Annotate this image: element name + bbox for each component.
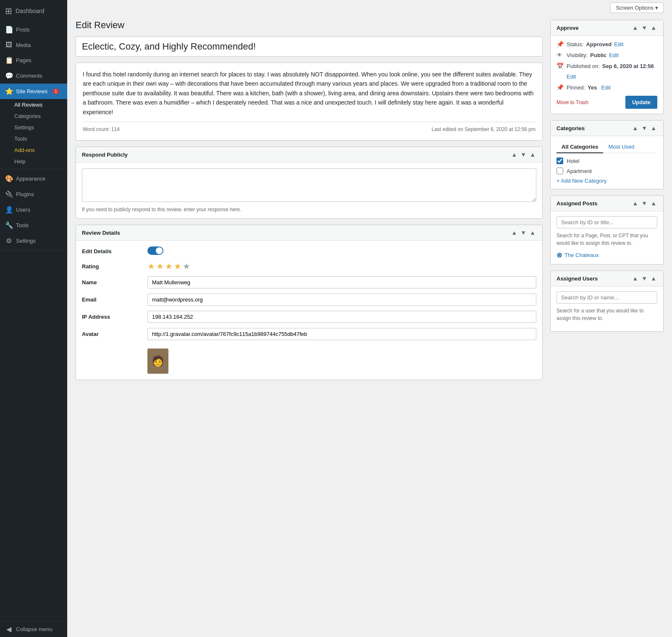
update-button[interactable]: Update — [625, 96, 657, 109]
assigned-posts-title: Assigned Posts — [556, 200, 598, 207]
sidebar-sub-add-ons[interactable]: Add-ons — [5, 144, 67, 156]
sidebar-sub-settings[interactable]: Settings — [5, 122, 67, 133]
sidebar-item-label: Tools — [16, 222, 29, 228]
word-count: Word count: 114 — [83, 126, 120, 134]
categories-panel-down[interactable]: ▼ — [640, 125, 648, 131]
category-hotel-checkbox[interactable] — [556, 157, 563, 164]
status-edit-link[interactable]: Edit — [614, 41, 623, 47]
approve-panel-minimize[interactable]: ▲ — [650, 24, 657, 31]
assigned-post-link[interactable]: The Chateaux — [564, 252, 599, 258]
star-rating[interactable]: ★ ★ ★ ★ ★ — [147, 261, 536, 271]
pinned-edit-link[interactable]: Edit — [601, 84, 611, 91]
assigned-users-search[interactable] — [556, 291, 657, 304]
published-edit-link[interactable]: Edit — [567, 73, 576, 80]
assigned-users-help: Search for a user that you would like to… — [556, 307, 657, 322]
approve-panel-controls: ▲ ▼ ▲ — [631, 24, 657, 31]
ip-label: IP Address — [82, 314, 141, 320]
sidebar-sub-help[interactable]: Help — [5, 156, 67, 167]
sidebar-item-media[interactable]: 🖼 Media — [0, 37, 67, 52]
details-panel-minimize[interactable]: ▲ — [529, 229, 536, 236]
sidebar-item-posts[interactable]: 📄 Posts — [0, 22, 67, 37]
name-label: Name — [82, 279, 141, 286]
approve-actions: Move to Trash Update — [556, 96, 657, 109]
ip-input[interactable] — [147, 311, 536, 323]
email-input[interactable] — [147, 294, 536, 306]
star-3[interactable]: ★ — [165, 261, 173, 271]
collapse-icon: ◀ — [5, 625, 13, 633]
status-label: Status: — [567, 41, 583, 47]
avatar-label: Avatar — [82, 331, 141, 337]
toggle-switch[interactable] — [147, 246, 163, 255]
sidebar-collapse[interactable]: ◀ Collapse menu — [0, 621, 67, 637]
published-value: Sep 6, 2020 at 12:56 — [602, 63, 654, 69]
assigned-posts-search[interactable] — [556, 216, 657, 228]
assigned-users-minimize[interactable]: ▲ — [650, 275, 657, 282]
approve-panel-down[interactable]: ▼ — [640, 24, 648, 31]
visibility-row: 👁 Visibility: Public Edit — [556, 52, 657, 58]
categories-panel-controls: ▲ ▼ ▲ — [631, 125, 657, 131]
sidebar-item-users[interactable]: 👤 Users — [0, 202, 67, 218]
visibility-edit-link[interactable]: Edit — [609, 52, 618, 58]
sidebar-item-pages[interactable]: 📋 Pages — [0, 52, 67, 68]
move-to-trash-link[interactable]: Move to Trash — [556, 100, 588, 105]
sidebar-item-site-reviews[interactable]: ⭐ Site Reviews 1 — [0, 84, 67, 99]
star-1[interactable]: ★ — [147, 261, 155, 271]
assigned-users-header: Assigned Users ▲ ▼ ▲ — [551, 271, 663, 286]
tab-all-categories[interactable]: All Categories — [556, 141, 603, 153]
sidebar-item-tools[interactable]: 🔧 Tools — [0, 218, 67, 233]
respond-textarea[interactable] — [82, 168, 536, 202]
remove-assigned-post-icon[interactable]: ⊗ — [556, 251, 562, 259]
dashboard-icon: ⊞ — [5, 6, 12, 16]
name-input[interactable] — [147, 276, 536, 288]
respond-panel-minimize[interactable]: ▲ — [529, 151, 536, 158]
sidebar-sub-categories[interactable]: Categories — [5, 110, 67, 122]
screen-options-button[interactable]: Screen Options ▾ — [610, 3, 664, 13]
details-panel-down[interactable]: ▼ — [520, 229, 527, 236]
review-title-input[interactable] — [76, 37, 543, 57]
sidebar-item-label: Plugins — [16, 191, 34, 197]
assigned-posts-header: Assigned Posts ▲ ▼ ▲ — [551, 196, 663, 211]
category-apartment-checkbox[interactable] — [556, 168, 563, 174]
edit-details-toggle[interactable] — [147, 246, 536, 256]
screen-options-label: Screen Options — [616, 5, 654, 11]
sidebar-item-plugins[interactable]: 🔌 Plugins — [0, 186, 67, 202]
categories-panel-minimize[interactable]: ▲ — [650, 125, 657, 131]
add-new-category-link[interactable]: + Add New Category — [556, 178, 607, 184]
sidebar: ⊞ Dashboard 📄 Posts 🖼 Media 📋 Pages 💬 Co… — [0, 0, 67, 637]
star-2[interactable]: ★ — [156, 261, 164, 271]
assigned-users-down[interactable]: ▼ — [640, 275, 648, 282]
last-edited: Last edited on September 6, 2020 at 12:5… — [431, 126, 536, 134]
star-4[interactable]: ★ — [174, 261, 181, 271]
users-icon: 👤 — [5, 206, 13, 214]
sidebar-item-comments[interactable]: 💬 Comments — [0, 68, 67, 84]
sidebar-item-appearance[interactable]: 🎨 Appearance — [0, 171, 67, 186]
sidebar-divider-2 — [0, 250, 67, 251]
assigned-users-up[interactable]: ▲ — [631, 275, 639, 282]
star-5[interactable]: ★ — [183, 261, 190, 271]
comments-icon: 💬 — [5, 72, 13, 80]
sidebar-sub-all-reviews[interactable]: All Reviews — [5, 99, 67, 110]
pinned-value: Yes — [588, 84, 597, 91]
avatar-input[interactable] — [147, 328, 536, 340]
avatar-image: 🧑 — [147, 349, 168, 374]
sidebar-logo[interactable]: ⊞ Dashboard — [0, 0, 67, 22]
assigned-posts-up[interactable]: ▲ — [631, 200, 639, 207]
details-panel-controls: ▲ ▼ ▲ — [510, 229, 536, 236]
sidebar-item-settings[interactable]: ⚙ Settings — [0, 233, 67, 249]
categories-panel-up[interactable]: ▲ — [631, 125, 639, 131]
category-tabs: All Categories Most Used — [556, 141, 657, 153]
assigned-posts-minimize[interactable]: ▲ — [650, 200, 657, 207]
sidebar-logo-label: Dashboard — [16, 8, 45, 14]
category-hotel: Hotel — [556, 157, 657, 164]
sidebar-sub-menu: All Reviews Categories Settings Tools Ad… — [0, 99, 67, 167]
details-panel-up[interactable]: ▲ — [510, 229, 518, 236]
pin-icon: 📌 — [556, 84, 564, 91]
approve-panel-up[interactable]: ▲ — [631, 24, 639, 31]
respond-panel-up[interactable]: ▲ — [510, 151, 518, 158]
tab-most-used[interactable]: Most Used — [603, 141, 639, 153]
sidebar-item-label: Pages — [16, 57, 32, 63]
assigned-post-item[interactable]: ⊗ The Chateaux — [556, 251, 657, 259]
sidebar-sub-tools[interactable]: Tools — [5, 133, 67, 144]
assigned-posts-down[interactable]: ▼ — [640, 200, 648, 207]
respond-panel-down[interactable]: ▼ — [520, 151, 527, 158]
